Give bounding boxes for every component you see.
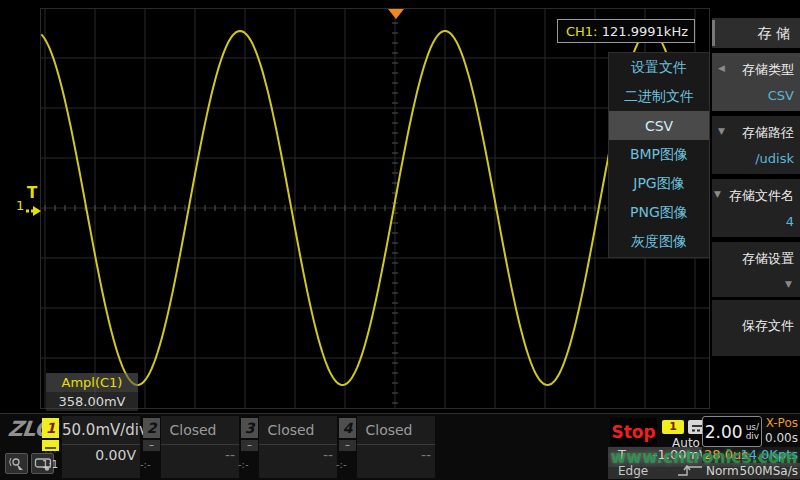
ch1-dc-coupling-icon[interactable] xyxy=(42,440,59,451)
xpos-value: 0.00s xyxy=(760,431,798,446)
ch4-status: Closed xyxy=(357,416,435,445)
storage-filename-label: 存储文件名 xyxy=(729,187,794,205)
menu-item-jpg-image[interactable]: JPG图像 xyxy=(609,170,709,199)
chevron-down-icon: ▼ xyxy=(718,126,725,136)
ch4-offset: -- xyxy=(357,445,435,465)
sidebar-item-storage-filename[interactable]: ▼ 存储文件名 4 xyxy=(712,179,800,237)
menu-item-bmp-image[interactable]: BMP图像 xyxy=(609,140,709,169)
ch2-offset: -- xyxy=(161,445,239,465)
storage-filename-value: 4 xyxy=(786,214,794,229)
ch3-coupling-icon[interactable]: – xyxy=(241,440,258,451)
ch3-badge[interactable]: 3 xyxy=(241,418,258,438)
ch2-status: Closed xyxy=(161,416,239,445)
ch2-panel[interactable]: Closed -- xyxy=(161,416,239,478)
ch1-scale: 50.0mV/div xyxy=(62,416,140,445)
trigger-t-label: T xyxy=(27,184,37,202)
frequency-counter-value: 121.9991kHz xyxy=(602,24,688,39)
ch4-coupling-icon[interactable]: – xyxy=(339,440,356,451)
storage-settings-label: 存储设置 xyxy=(742,250,794,268)
storage-path-value: /udisk xyxy=(755,151,794,166)
ch1-badge[interactable]: 1 xyxy=(42,418,59,438)
trigger-arrow-icon xyxy=(25,202,43,221)
menu-item-gray-image[interactable]: 灰度图像 xyxy=(609,228,709,257)
ch3-panel[interactable]: Closed -- xyxy=(259,416,337,478)
ch2-coupling-icon[interactable]: – xyxy=(143,440,160,451)
sidebar-title-storage: 存 储 xyxy=(712,18,800,48)
ch3-status: Closed xyxy=(259,416,337,445)
measurement-overlay: Ampl(C1) 358.00mV xyxy=(46,373,138,411)
touch-gesture-icon xyxy=(5,453,28,474)
ch1-trigger-level-marker[interactable]: T 1 xyxy=(16,184,50,218)
storage-type-menu: 设置文件 二进制文件 CSV BMP图像 JPG图像 PNG图像 灰度图像 xyxy=(608,52,710,258)
ch4-panel[interactable]: Closed -- xyxy=(357,416,435,478)
frequency-counter: CH1: 121.9991kHz xyxy=(557,19,695,43)
sidebar-item-storage-type[interactable]: ◀ 存储类型 CSV xyxy=(712,53,800,111)
ch1-offset: 0.00V xyxy=(62,445,140,465)
timebase-unit: us/div xyxy=(746,423,760,441)
menu-item-png-image[interactable]: PNG图像 xyxy=(609,199,709,228)
waveform-display xyxy=(0,0,712,413)
menu-item-csv[interactable]: CSV xyxy=(609,111,709,140)
ch3-probe-ratio: -:- xyxy=(238,459,249,470)
sidebar-item-storage-settings[interactable]: 存储设置 ▼ xyxy=(712,242,800,297)
timebase-scale-box[interactable]: 2.00 us/div xyxy=(702,416,762,447)
oscilloscope-screen: CH1: 121.9991kHz T 1 Ampl(C1) 358.00mV 设… xyxy=(0,0,800,480)
site-watermark: www.cntronics.com xyxy=(608,447,800,467)
ch4-badge[interactable]: 4 xyxy=(339,418,356,438)
ch3-offset: -- xyxy=(259,445,337,465)
chevron-left-icon: ◀ xyxy=(718,63,725,73)
frequency-counter-channel: CH1: xyxy=(566,24,598,39)
trigger-source-badge[interactable]: 1 xyxy=(662,420,684,434)
storage-type-label: 存储类型 xyxy=(742,61,794,79)
horizontal-position[interactable]: X-Pos 0.00s xyxy=(760,416,798,447)
ch2-badge[interactable]: 2 xyxy=(143,418,160,438)
measurement-label: Ampl(C1) xyxy=(46,373,138,392)
sidebar-item-storage-path[interactable]: ▼ 存储路径 /udisk xyxy=(712,116,800,174)
trigger-channel-number: 1 xyxy=(16,198,24,213)
storage-path-label: 存储路径 xyxy=(742,124,794,142)
menu-item-binary-file[interactable]: 二进制文件 xyxy=(609,82,709,111)
menu-item-settings-file[interactable]: 设置文件 xyxy=(609,53,709,82)
chevron-down-icon: ▼ xyxy=(714,189,721,199)
ch1-probe-ratio: 1:1 xyxy=(42,459,58,470)
save-file-label: 保存文件 xyxy=(742,317,794,335)
chevron-down-icon: ▼ xyxy=(785,279,792,289)
sidebar-item-save-file[interactable]: 保存文件 xyxy=(712,300,800,356)
storage-type-value: CSV xyxy=(768,88,794,103)
ch4-probe-ratio: -:- xyxy=(336,459,347,470)
run-stop-indicator[interactable]: Stop xyxy=(610,418,657,446)
timebase-scale-value: 2.00 xyxy=(705,422,743,442)
xpos-label: X-Pos xyxy=(760,416,798,431)
measurement-value: 358.00mV xyxy=(46,392,138,411)
ch1-panel[interactable]: 50.0mV/div 0.00V xyxy=(62,416,140,478)
ch2-probe-ratio: -:- xyxy=(140,459,151,470)
